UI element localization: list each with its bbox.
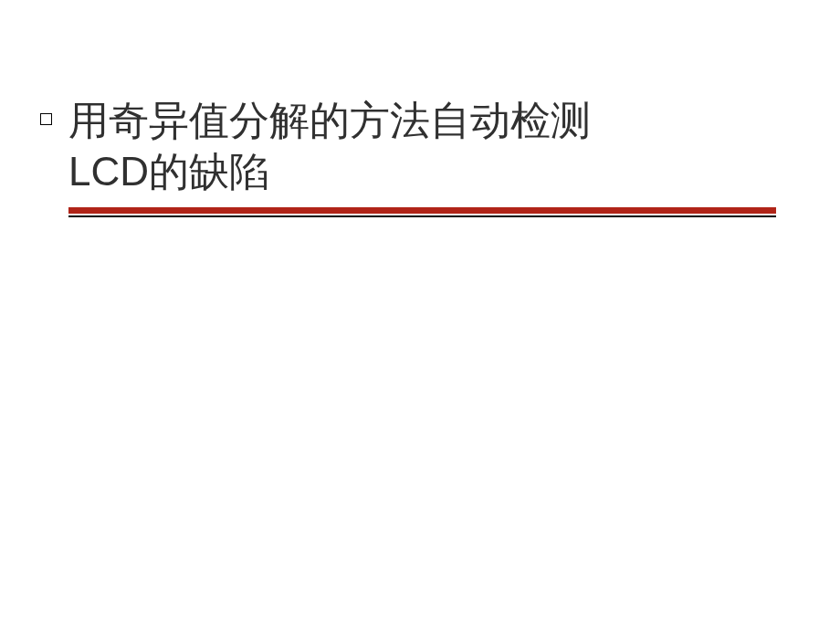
title-block: 用奇异值分解的方法自动检测 LCD的缺陷	[68, 96, 776, 217]
bullet-square-icon	[40, 113, 52, 125]
slide-container: 用奇异值分解的方法自动检测 LCD的缺陷	[0, 0, 840, 630]
accent-underline-thin	[68, 215, 776, 217]
title-line-1: 用奇异值分解的方法自动检测	[68, 96, 776, 146]
title-line-2: LCD的缺陷	[68, 146, 776, 196]
accent-underline-thick	[68, 207, 776, 214]
